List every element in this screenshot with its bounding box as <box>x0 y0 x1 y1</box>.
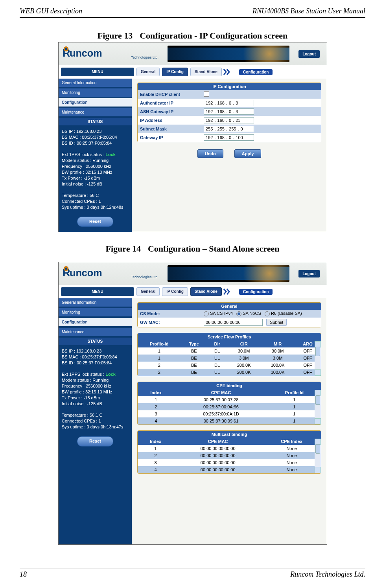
figure-14-caption: Figure 14Configuration – Stand Alone scr… <box>0 244 385 254</box>
radio-sa-nocs[interactable] <box>236 311 241 316</box>
table-row: 2BEDL200.0K100.0KOFF <box>138 362 321 369</box>
table-row: 2BEUL200.0K100.0KOFF <box>138 369 321 376</box>
submit-button[interactable]: Submit <box>266 319 287 326</box>
main-content: General CS Mode: SA CS-IPv4 SA NoCS R6 (… <box>132 298 327 544</box>
tab-ip-config[interactable]: IP Config <box>162 287 188 296</box>
screenshot-ip-config: Runcom Technologies Ltd. Logout MENU Gen… <box>58 42 327 232</box>
general-panel: General CS Mode: SA CS-IPv4 SA NoCS R6 (… <box>137 302 321 327</box>
table-row: 300:25:37:00:0A:1D1 <box>138 410 321 417</box>
tab-ip-config[interactable]: IP Config <box>162 68 188 76</box>
sidebar: General Information Monitoring Configura… <box>59 298 132 544</box>
service-flow-table: Profile-IdTypeDirCIRMIRARQ 1BEDL30.0M30.… <box>138 340 321 376</box>
sidebar-item-configuration[interactable]: Configuration <box>59 318 132 326</box>
table-row: 200:25:37:00:0A:961 <box>138 403 321 410</box>
section-tag: Configuration <box>239 289 273 295</box>
table-row: 400:25:37:00:09:611 <box>138 417 321 424</box>
sidebar-item-general-information[interactable]: General Information <box>59 298 132 307</box>
sidebar-item-general-information[interactable]: General Information <box>59 79 132 87</box>
banner-image <box>168 46 289 62</box>
section-tag: Configuration <box>239 69 273 75</box>
dhcp-checkbox[interactable] <box>204 91 209 97</box>
table-row: 400:00:00:00:00:00None <box>138 466 321 473</box>
page-running-header: WEB GUI description RNU4000BS Base Stati… <box>20 7 365 15</box>
runcom-logo: Runcom Technologies Ltd. <box>63 265 158 282</box>
status-header: STATUS <box>59 118 132 125</box>
cpe-binding-panel: CPE binding IndexCPE MACProfile Id 100:2… <box>137 382 321 425</box>
figure-13-caption: Figure 13Configuration - IP Configuratio… <box>0 31 385 41</box>
radio-r6-disable-sa[interactable] <box>265 311 270 316</box>
main-content: IP Configuration Enable DHCP client Auth… <box>132 79 327 232</box>
tab-bar: MENU General IP Config Stand Alone Confi… <box>59 285 327 298</box>
sidebar-item-maintenance[interactable]: Maintenance <box>59 108 132 116</box>
scrollbar[interactable] <box>315 439 321 473</box>
app-banner: Runcom Technologies Ltd. Logout <box>59 262 327 285</box>
cpe-binding-table: IndexCPE MACProfile Id 100:25:37:00:07:2… <box>138 389 321 424</box>
logout-button[interactable]: Logout <box>298 50 320 58</box>
sidebar-item-maintenance[interactable]: Maintenance <box>59 328 132 336</box>
page-footer: 18 Runcom Technologies Ltd. <box>20 570 365 579</box>
tab-stand-alone[interactable]: Stand Alone <box>190 287 222 296</box>
scrollbar[interactable] <box>315 390 321 424</box>
header-right: RNU4000BS Base Station User Manual <box>252 7 365 15</box>
gateway-ip-input[interactable]: 192 . 168 . 0 . 100 <box>204 134 254 141</box>
ip-config-table: Enable DHCP client Authenticator IP192 .… <box>138 90 321 142</box>
svg-point-7 <box>65 268 67 270</box>
breadcrumb-arrows-icon <box>223 288 232 295</box>
reset-button[interactable]: Reset <box>77 436 113 447</box>
menu-label: MENU <box>61 68 134 76</box>
sidebar-item-monitoring[interactable]: Monitoring <box>59 308 132 316</box>
status-panel: BS IP : 192.168.0.23 BS MAC : 00:25:37:F… <box>59 125 132 213</box>
sidebar: General Information Monitoring Configura… <box>59 79 132 232</box>
sidebar-item-monitoring[interactable]: Monitoring <box>59 88 132 97</box>
header-left: WEB GUI description <box>20 7 82 15</box>
multicast-binding-table: IndexCPE MACCPE Index 100:00:00:00:00:00… <box>138 438 321 473</box>
action-buttons: Undo Apply <box>137 149 321 158</box>
panel-title: IP Configuration <box>138 83 321 90</box>
runcom-logo: Runcom Technologies Ltd. <box>63 45 158 62</box>
gw-mac-input[interactable]: 06:06:06:06:06:06 <box>204 319 263 326</box>
page-number: 18 <box>20 570 27 579</box>
footer-rule <box>20 568 365 568</box>
logout-button[interactable]: Logout <box>298 270 320 277</box>
tab-stand-alone[interactable]: Stand Alone <box>190 68 222 76</box>
radio-sa-cs-ipv4[interactable] <box>204 311 209 316</box>
authenticator-ip-input[interactable]: 192 . 168 . 0 . 3 <box>204 100 254 106</box>
tab-general[interactable]: General <box>136 68 160 76</box>
tab-bar: MENU General IP Config Stand Alone Confi… <box>59 65 327 79</box>
footer-right: Runcom Technologies Ltd. <box>290 570 365 579</box>
ip-address-input[interactable]: 192 . 168 . 0 . 23 <box>204 117 254 123</box>
menu-label: MENU <box>61 287 134 296</box>
table-row: 1BEUL3.0M3.0MOFF <box>138 355 321 362</box>
table-row: 200:00:00:00:00:00None <box>138 452 321 459</box>
screenshot-stand-alone: Runcom Technologies Ltd. Logout MENU Gen… <box>58 262 327 545</box>
breadcrumb-arrows-icon <box>223 68 232 75</box>
sidebar-item-configuration[interactable]: Configuration <box>59 98 132 107</box>
tab-general[interactable]: General <box>136 287 160 296</box>
apply-button[interactable]: Apply <box>234 149 262 158</box>
app-banner: Runcom Technologies Ltd. Logout <box>59 42 327 65</box>
banner-image <box>168 265 289 282</box>
svg-text:uncom: uncom <box>70 48 102 59</box>
multicast-binding-panel: Multicast binding IndexCPE MACCPE Index … <box>137 430 321 474</box>
service-flow-panel: Service Flow Profiles Profile-IdTypeDirC… <box>137 333 321 376</box>
svg-text:uncom: uncom <box>70 267 102 278</box>
table-row: 100:25:37:00:07:281 <box>138 396 321 403</box>
reset-button[interactable]: Reset <box>77 217 113 227</box>
subnet-mask-input[interactable]: 255 . 255 . 255 . 0 <box>204 126 254 132</box>
table-row: 1BEDL30.0M30.0MOFF <box>138 347 321 355</box>
undo-button[interactable]: Undo <box>197 149 223 158</box>
scrollbar[interactable] <box>315 341 321 376</box>
header-rule <box>20 17 365 18</box>
status-header: STATUS <box>59 338 132 345</box>
asn-gateway-ip-input[interactable]: 192 . 168 . 0 . 3 <box>204 108 254 115</box>
table-row: 100:00:00:00:00:00None <box>138 445 321 452</box>
ip-configuration-panel: IP Configuration Enable DHCP client Auth… <box>137 83 321 142</box>
table-row: 300:00:00:00:00:00None <box>138 459 321 466</box>
svg-point-3 <box>65 48 67 50</box>
status-panel: BS IP : 192.168.0.23 BS MAC : 00:25:37:F… <box>59 345 132 433</box>
